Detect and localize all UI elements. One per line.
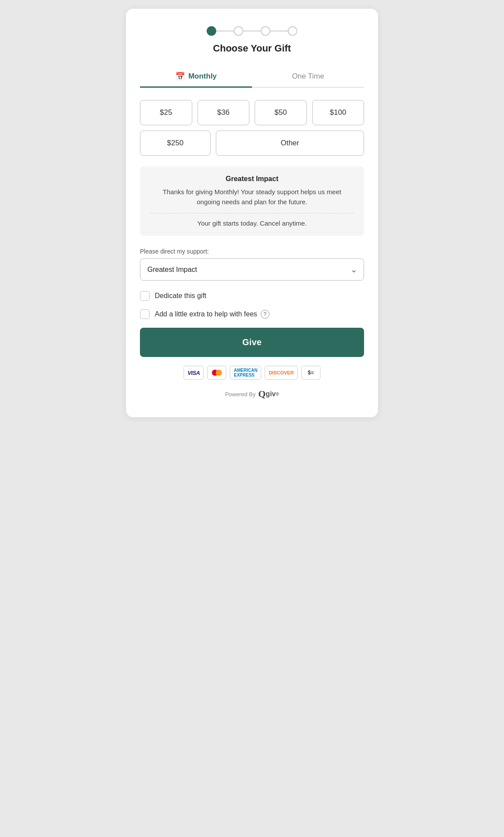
- amount-grid-row2: $250 Other: [140, 130, 364, 156]
- step-line-1: [216, 31, 234, 31]
- help-icon[interactable]: ?: [261, 310, 269, 319]
- mastercard-icon: [207, 366, 226, 380]
- tab-monthly[interactable]: 📅 Monthly: [140, 66, 252, 88]
- step-1-dot: [207, 26, 216, 36]
- powered-by: Powered By Qgiv®: [140, 388, 364, 400]
- frequency-tabs: 📅 Monthly One Time: [140, 66, 364, 88]
- impact-note: Your gift starts today. Cancel anytime.: [150, 220, 354, 227]
- visa-icon: VISA: [184, 366, 204, 380]
- amount-100-button[interactable]: $100: [312, 100, 364, 125]
- page-title: Choose Your Gift: [140, 43, 364, 54]
- step-4-dot: [288, 26, 297, 36]
- step-3-dot: [261, 26, 270, 36]
- tab-one-time[interactable]: One Time: [252, 66, 364, 88]
- dedicate-gift-label: Dedicate this gift: [155, 292, 206, 300]
- calendar-icon: 📅: [175, 72, 185, 81]
- amount-other-button[interactable]: Other: [216, 130, 364, 156]
- give-button[interactable]: Give: [140, 328, 364, 357]
- progress-stepper: [140, 26, 364, 36]
- dedicate-gift-checkbox[interactable]: [140, 291, 150, 301]
- amount-grid-row1: $25 $36 $50 $100: [140, 100, 364, 125]
- impact-description: Thanks for giving Monthly! Your steady s…: [150, 187, 354, 207]
- ach-icon: $≡: [301, 366, 320, 380]
- support-direction-label: Please direct my support:: [140, 248, 364, 255]
- discover-icon: DISCOVER: [265, 366, 297, 380]
- fees-help-text: Add a little extra to help with fees: [155, 310, 257, 318]
- impact-divider: [150, 213, 354, 213]
- one-time-tab-label: One Time: [292, 72, 324, 81]
- fees-help-checkbox[interactable]: [140, 309, 150, 319]
- impact-box: Greatest Impact Thanks for giving Monthl…: [140, 166, 364, 236]
- mc-circles: [212, 370, 222, 376]
- step-line-2: [243, 31, 261, 31]
- qgiv-logo: Qgiv®: [258, 388, 279, 400]
- gift-form-card: Choose Your Gift 📅 Monthly One Time $25 …: [126, 9, 378, 417]
- amount-36-button[interactable]: $36: [198, 100, 250, 125]
- impact-title: Greatest Impact: [150, 175, 354, 183]
- payment-methods: VISA AMERICANEXPRESS DISCOVER $≡: [140, 366, 364, 380]
- amount-250-button[interactable]: $250: [140, 130, 211, 156]
- powered-by-text: Powered By: [225, 391, 255, 398]
- step-line-3: [270, 31, 288, 31]
- monthly-tab-label: Monthly: [188, 72, 217, 81]
- fees-help-row: Add a little extra to help with fees ?: [140, 309, 364, 319]
- amount-25-button[interactable]: $25: [140, 100, 192, 125]
- step-2-dot: [234, 26, 243, 36]
- amex-icon: AMERICANEXPRESS: [230, 366, 261, 380]
- amount-50-button[interactable]: $50: [255, 100, 307, 125]
- mc-circle-right: [216, 370, 222, 376]
- fees-help-label: Add a little extra to help with fees ?: [155, 310, 269, 319]
- dedicate-gift-row: Dedicate this gift: [140, 291, 364, 301]
- support-direction-select[interactable]: Greatest Impact Education Health Environ…: [140, 258, 364, 281]
- support-direction-wrapper: Greatest Impact Education Health Environ…: [140, 258, 364, 281]
